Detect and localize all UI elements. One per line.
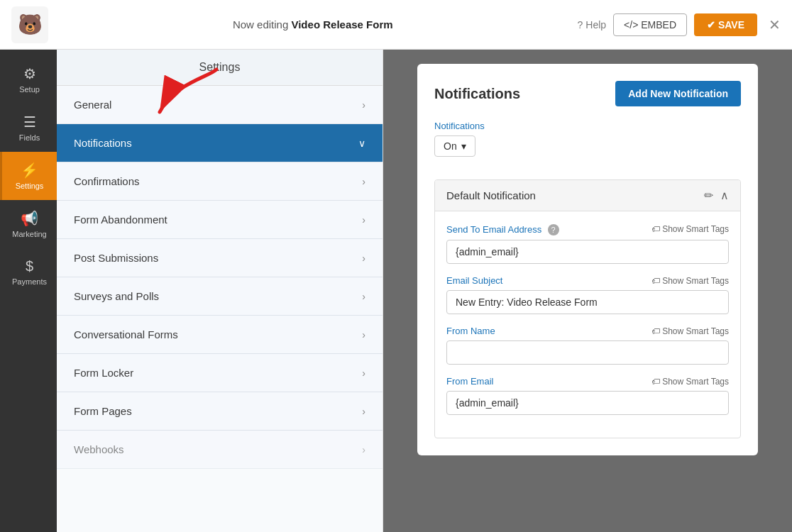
help-icon[interactable]: ? [548, 224, 559, 235]
chevron-right-icon: › [362, 329, 365, 340]
notifications-status-field: Notifications On ▾ [434, 121, 741, 168]
default-notification-header: Default Notification ✏ ∧ [435, 180, 740, 211]
edit-notification-button[interactable]: ✏ [704, 189, 713, 202]
card-header: Notifications Add New Notification [434, 81, 741, 106]
tag-icon: 🏷 [651, 326, 660, 336]
send-to-email-field: Send To Email Address ? 🏷 Show Smart Tag… [446, 223, 729, 264]
chevron-right-icon: › [362, 291, 365, 302]
menu-item-general[interactable]: General › [57, 86, 383, 124]
payments-icon: $ [26, 258, 33, 275]
default-notification-title: Default Notification [446, 189, 536, 201]
smart-tags-link-from-email[interactable]: 🏷 Show Smart Tags [651, 377, 729, 387]
chevron-right-icon: › [362, 176, 365, 187]
embed-button[interactable]: </> EMBED [613, 13, 687, 36]
tag-icon: 🏷 [651, 224, 660, 234]
email-subject-label: Email Subject [446, 275, 502, 286]
menu-item-notifications[interactable]: Notifications ∨ [57, 124, 383, 162]
content-area: Notifications Add New Notification Notif… [383, 50, 792, 532]
sidebar-item-payments[interactable]: $ Payments [0, 248, 57, 296]
menu-item-surveys-polls[interactable]: Surveys and Polls › [57, 277, 383, 316]
app-logo: 🐻 [11, 6, 48, 43]
chevron-down-icon: ∨ [358, 138, 365, 149]
save-button[interactable]: ✔ SAVE [694, 13, 757, 36]
chevron-right-icon: › [362, 444, 365, 455]
notification-header-actions: ✏ ∧ [704, 189, 729, 202]
menu-item-webhooks[interactable]: Webhooks › [57, 431, 383, 469]
card-title: Notifications [434, 86, 520, 102]
chevron-right-icon: › [362, 406, 365, 417]
close-button[interactable]: ✕ [769, 16, 781, 33]
tag-icon: 🏷 [651, 276, 660, 286]
from-email-field: From Email 🏷 Show Smart Tags [446, 376, 729, 415]
top-bar-actions: ? Help </> EMBED ✔ SAVE ✕ [578, 13, 781, 36]
menu-item-conversational-forms[interactable]: Conversational Forms › [57, 316, 383, 354]
email-subject-input[interactable] [446, 290, 729, 314]
menu-item-form-locker[interactable]: Form Locker › [57, 354, 383, 392]
notifications-card: Notifications Add New Notification Notif… [417, 64, 758, 455]
from-name-input[interactable] [446, 340, 729, 365]
send-to-email-input[interactable] [446, 240, 729, 264]
smart-tags-link-email[interactable]: 🏷 Show Smart Tags [651, 224, 729, 234]
sidebar: ⚙ Setup ☰ Fields ⚡ Settings 📢 Marketing … [0, 50, 57, 532]
from-email-input[interactable] [446, 391, 729, 415]
email-subject-field: Email Subject 🏷 Show Smart Tags [446, 275, 729, 314]
from-name-label: From Name [446, 326, 495, 336]
chevron-right-icon: › [362, 367, 365, 379]
from-email-label: From Email [446, 376, 493, 387]
from-name-field: From Name 🏷 Show Smart Tags [446, 326, 729, 365]
settings-icon: ⚡ [21, 162, 38, 179]
fields-icon: ☰ [23, 113, 36, 131]
sidebar-item-fields[interactable]: ☰ Fields [0, 104, 57, 152]
help-icon: ? [578, 19, 583, 31]
chevron-right-icon: › [362, 253, 365, 264]
smart-tags-link-subject[interactable]: 🏷 Show Smart Tags [651, 276, 729, 286]
add-notification-button[interactable]: Add New Notification [615, 81, 741, 106]
menu-item-confirmations[interactable]: Confirmations › [57, 162, 383, 201]
settings-title: Settings [57, 50, 383, 86]
chevron-down-icon: ▾ [461, 140, 466, 152]
tag-icon: 🏷 [651, 377, 660, 387]
setup-icon: ⚙ [23, 65, 36, 82]
menu-item-form-abandonment[interactable]: Form Abandonment › [57, 201, 383, 239]
collapse-notification-button[interactable]: ∧ [720, 189, 729, 202]
send-to-email-label: Send To Email Address [446, 224, 541, 235]
marketing-icon: 📢 [21, 210, 38, 227]
editing-label: Now editing Video Release Form [57, 18, 569, 31]
menu-item-form-pages[interactable]: Form Pages › [57, 392, 383, 431]
status-select[interactable]: On ▾ [434, 135, 475, 157]
menu-item-post-submissions[interactable]: Post Submissions › [57, 239, 383, 277]
chevron-right-icon: › [362, 99, 365, 111]
help-button[interactable]: ? Help [578, 19, 607, 31]
sidebar-item-settings[interactable]: ⚡ Settings [0, 152, 57, 200]
smart-tags-link-from-name[interactable]: 🏷 Show Smart Tags [651, 326, 729, 336]
notification-form: Send To Email Address ? 🏷 Show Smart Tag… [435, 211, 740, 438]
top-bar: 🐻 Now editing Video Release Form ? Help … [0, 0, 792, 50]
sidebar-item-marketing[interactable]: 📢 Marketing [0, 200, 57, 248]
default-notification-section: Default Notification ✏ ∧ Send To Email A… [434, 179, 741, 438]
chevron-right-icon: › [362, 214, 365, 226]
status-field-label: Notifications [434, 121, 741, 131]
settings-panel: Settings General › Notifications ∨ Confi… [57, 50, 383, 532]
sidebar-item-setup[interactable]: ⚙ Setup [0, 55, 57, 104]
main-layout: ⚙ Setup ☰ Fields ⚡ Settings 📢 Marketing … [0, 50, 792, 532]
